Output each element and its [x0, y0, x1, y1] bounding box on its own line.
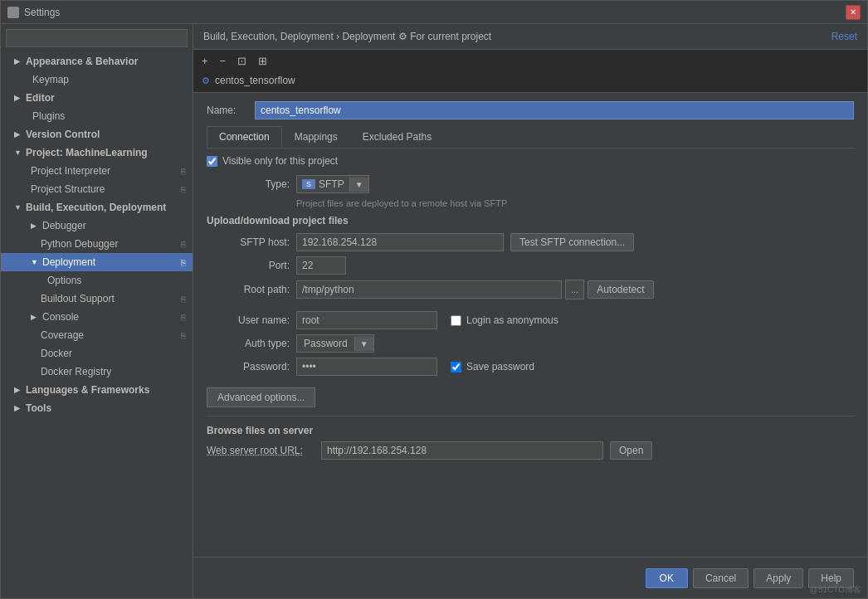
ok-button[interactable]: OK	[646, 568, 688, 588]
sidebar-item-label: Debugger	[42, 220, 86, 231]
root-path-browse-button[interactable]: ...	[565, 280, 584, 300]
upload-section-title: Upload/download project files	[207, 215, 854, 226]
sidebar-item-label: Docker Registry	[41, 366, 111, 377]
root-path-label: Root path:	[207, 284, 290, 295]
apply-button[interactable]: Apply	[753, 568, 803, 588]
copy-icon: ⎘	[181, 313, 186, 322]
add-deployment-button[interactable]: +	[197, 53, 213, 69]
advanced-options-button[interactable]: Advanced options...	[207, 387, 315, 407]
sidebar-item-appearance[interactable]: ▶ Appearance & Behavior	[1, 52, 193, 71]
username-input[interactable]	[296, 311, 437, 329]
copy-icon: ⎘	[181, 331, 186, 340]
sidebar-item-buildout-support[interactable]: Buildout Support ⎘	[1, 290, 193, 308]
move-deployment-button[interactable]: ⊞	[253, 53, 272, 69]
browse-title: Browse files on server	[207, 425, 854, 436]
arrow-icon: ▼	[14, 149, 22, 157]
copy-deployment-button[interactable]: ⊡	[232, 53, 251, 69]
watermark: @51CTO博客	[810, 584, 861, 596]
sidebar-item-label: Python Debugger	[41, 238, 118, 250]
test-sftp-button[interactable]: Test SFTP connection...	[510, 233, 634, 251]
port-input[interactable]	[296, 256, 346, 275]
sidebar-item-project[interactable]: ▼ Project: MachineLearning	[1, 144, 193, 162]
arrow-icon: ▶	[14, 94, 22, 102]
sidebar-item-plugins[interactable]: Plugins	[1, 107, 193, 125]
deployment-name: centos_tensorflow	[215, 75, 295, 86]
sidebar-item-label: Tools	[26, 402, 51, 414]
save-password-row: Save password	[451, 361, 534, 373]
sidebar-item-project-interpreter[interactable]: Project Interpreter ⎘	[1, 162, 193, 180]
sidebar-item-label: Languages & Frameworks	[26, 384, 149, 396]
type-row: Type: S SFTP ▼	[207, 175, 854, 193]
copy-icon: ⎘	[181, 295, 186, 304]
sidebar-item-debugger[interactable]: ▶ Debugger	[1, 217, 193, 235]
sidebar-item-python-debugger[interactable]: Python Debugger ⎘	[1, 235, 193, 253]
sidebar-item-label: Coverage	[41, 329, 84, 341]
password-row: Password: Save password	[207, 358, 854, 376]
open-button[interactable]: Open	[610, 441, 652, 460]
deployment-type-icon: ⚙	[202, 75, 210, 86]
arrow-icon: ▼	[31, 258, 39, 266]
auth-type-row: Auth type: Password ▼	[207, 334, 854, 353]
sidebar-item-tools[interactable]: ▶ Tools	[1, 399, 193, 417]
sidebar-item-project-structure[interactable]: Project Structure ⎘	[1, 180, 193, 198]
web-url-row: Web server root URL: Open	[207, 441, 854, 460]
auth-value: Password	[297, 335, 354, 352]
password-input[interactable]	[296, 358, 437, 376]
sftp-host-input[interactable]	[296, 233, 504, 251]
arrow-icon: ▶	[31, 222, 39, 230]
type-hint: Project files are deployed to a remote h…	[296, 198, 854, 208]
arrow-icon: ▶	[14, 404, 22, 412]
name-label: Name:	[207, 105, 248, 116]
sidebar-item-version-control[interactable]: ▶ Version Control	[1, 125, 193, 144]
auth-dropdown-button[interactable]: ▼	[354, 337, 373, 351]
sidebar-item-deployment[interactable]: ▼ Deployment ⎘	[1, 253, 193, 271]
search-input[interactable]	[6, 29, 188, 47]
advanced-options-section: Advanced options...	[207, 381, 854, 416]
web-url-input[interactable]	[321, 441, 603, 460]
sidebar-item-editor[interactable]: ▶ Editor	[1, 89, 193, 107]
save-password-label: Save password	[466, 361, 534, 373]
sidebar-item-keymap[interactable]: Keymap	[1, 71, 193, 89]
tab-mappings[interactable]: Mappings	[282, 126, 350, 148]
arrow-icon: ▶	[14, 386, 22, 394]
arrow-icon: ▶	[31, 313, 39, 321]
sidebar-item-label: Docker	[41, 348, 72, 359]
close-button[interactable]: ✕	[846, 5, 861, 20]
copy-icon: ⎘	[181, 240, 186, 249]
tab-excluded-paths[interactable]: Excluded Paths	[350, 126, 444, 148]
sidebar-item-docker-registry[interactable]: Docker Registry	[1, 363, 193, 381]
sidebar-item-build-execution[interactable]: ▼ Build, Execution, Deployment	[1, 198, 193, 217]
deployment-entry[interactable]: ⚙ centos_tensorflow	[197, 72, 864, 89]
sidebar-item-coverage[interactable]: Coverage ⎘	[1, 326, 193, 344]
login-anon-checkbox[interactable]	[451, 315, 461, 326]
sidebar-item-console[interactable]: ▶ Console ⎘	[1, 308, 193, 326]
visible-only-checkbox[interactable]	[207, 156, 217, 167]
auth-label: Auth type:	[207, 338, 290, 349]
sidebar-item-label: Project Structure	[31, 183, 105, 195]
type-dropdown-button[interactable]: ▼	[349, 178, 368, 192]
sidebar-item-label: Options	[47, 275, 81, 286]
right-panel: Build, Execution, Deployment › Deploymen…	[193, 24, 867, 598]
type-label: Type:	[207, 178, 290, 190]
reset-link[interactable]: Reset	[831, 31, 857, 42]
breadcrumb-text: Build, Execution, Deployment › Deploymen…	[203, 31, 395, 42]
sidebar-item-docker[interactable]: Docker	[1, 344, 193, 363]
tab-connection[interactable]: Connection	[207, 126, 282, 148]
main-content: ▶ Appearance & Behavior Keymap ▶ Editor …	[1, 24, 867, 598]
root-path-input-row: ... Autodetect	[296, 280, 654, 300]
settings-icon	[7, 7, 19, 18]
sidebar-item-label: Buildout Support	[41, 293, 115, 304]
sidebar-item-label: Project Interpreter	[31, 165, 110, 177]
root-path-input[interactable]	[296, 280, 562, 299]
sidebar-item-languages[interactable]: ▶ Languages & Frameworks	[1, 381, 193, 399]
save-password-checkbox[interactable]	[451, 362, 461, 373]
login-anon-row: Login as anonymous	[451, 314, 558, 326]
sidebar-item-options[interactable]: Options	[1, 271, 193, 290]
cancel-button[interactable]: Cancel	[693, 568, 749, 588]
deployment-toolbar: + − ⊡ ⊞	[197, 53, 864, 69]
remove-deployment-button[interactable]: −	[215, 53, 232, 69]
name-input[interactable]	[255, 101, 854, 119]
sidebar: ▶ Appearance & Behavior Keymap ▶ Editor …	[1, 24, 193, 598]
sidebar-item-label: Deployment	[42, 256, 95, 268]
autodetect-button[interactable]: Autodetect	[588, 280, 653, 299]
